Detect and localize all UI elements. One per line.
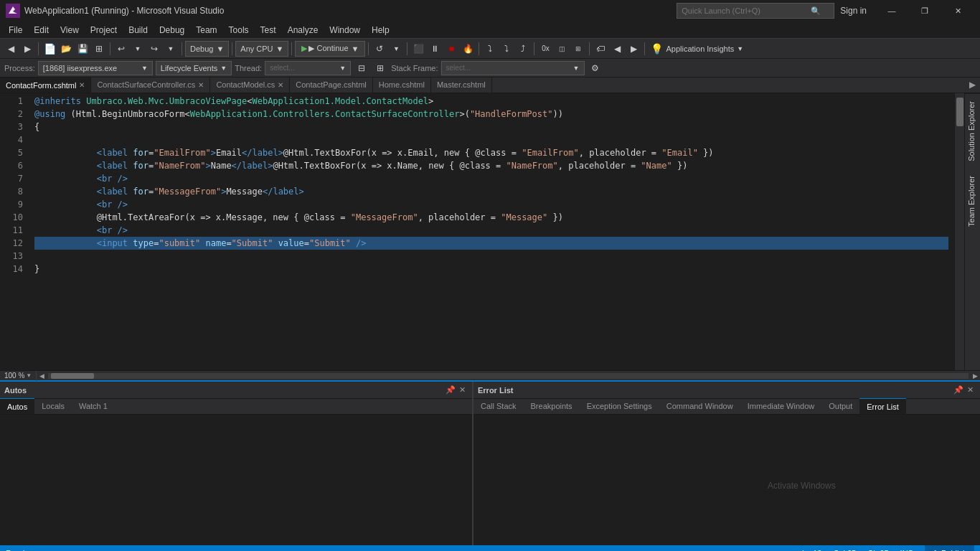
menu-window[interactable]: Window xyxy=(324,22,366,39)
refresh-dropdown[interactable]: ▼ xyxy=(388,41,404,57)
thread-selector[interactable]: select... ▼ xyxy=(265,61,351,75)
step-out-button[interactable]: ⤴ xyxy=(515,41,531,57)
tab-breakpoints[interactable]: Breakpoints xyxy=(524,398,580,414)
tab-scroll-right[interactable]: ▶ xyxy=(964,77,980,93)
title-text: WebApplication1 (Running) - Microsoft Vi… xyxy=(24,6,677,16)
tab-contactform-close[interactable]: ✕ xyxy=(79,81,85,89)
scroll-thumb[interactable] xyxy=(956,98,963,126)
tab-autos[interactable]: Autos xyxy=(0,398,34,414)
save-all-button[interactable]: ⊞ xyxy=(91,41,107,57)
filter-button[interactable]: ⊟ xyxy=(354,60,369,76)
error-pin-button[interactable]: 📌 xyxy=(953,385,964,396)
breakpoints-button[interactable]: ⬛ xyxy=(410,41,426,57)
tab-callstack[interactable]: Call Stack xyxy=(473,398,524,414)
maximize-button[interactable]: ❐ xyxy=(908,0,941,22)
team-explorer-tab[interactable]: Team Explorer xyxy=(965,169,980,234)
error-close-button[interactable]: ✕ xyxy=(964,385,976,396)
publish-button[interactable]: ⬆ Publish xyxy=(925,545,974,551)
code-line-13 xyxy=(34,250,948,263)
open-button[interactable]: 📂 xyxy=(58,41,74,57)
debug-config-dropdown[interactable]: Debug ▼ xyxy=(185,41,229,57)
undo-dropdown[interactable]: ▼ xyxy=(130,41,146,57)
bookmark-prev[interactable]: ◀ xyxy=(609,41,625,57)
redo-button[interactable]: ↪ xyxy=(146,41,162,57)
continue-button[interactable]: ▶ ▶ Continue ▼ xyxy=(295,41,365,57)
minimize-button[interactable]: — xyxy=(875,0,908,22)
horizontal-scrollbar[interactable]: 100 % ▼ ◀ ▶ xyxy=(0,370,980,380)
menu-help[interactable]: Help xyxy=(366,22,395,39)
tab-watch1[interactable]: Watch 1 xyxy=(72,398,115,414)
tab-exception-settings[interactable]: Exception Settings xyxy=(580,398,659,414)
h-scroll-right[interactable]: ▶ xyxy=(970,372,980,380)
close-button[interactable]: ✕ xyxy=(941,0,974,22)
tab-home[interactable]: Home.cshtml xyxy=(373,77,431,93)
sep1 xyxy=(38,42,39,55)
stack-selector[interactable]: select... ▼ xyxy=(441,61,585,75)
menu-analyze[interactable]: Analyze xyxy=(282,22,324,39)
code-line-7: <br /> xyxy=(34,172,948,185)
app-insights-button[interactable]: 💡 Application Insights ▼ xyxy=(648,43,746,55)
menu-project[interactable]: Project xyxy=(85,22,123,39)
platform-dropdown[interactable]: Any CPU ▼ xyxy=(235,41,288,57)
restart-button[interactable]: ↺ xyxy=(372,41,387,57)
tab-contactpage[interactable]: ContactPage.cshtml xyxy=(290,77,372,93)
filter2-button[interactable]: ⊞ xyxy=(372,60,388,76)
sep6 xyxy=(368,42,369,55)
tab-contactsurface[interactable]: ContactSurfaceController.cs ✕ xyxy=(91,77,210,93)
autos-close-button[interactable]: ✕ xyxy=(456,385,468,396)
menu-team[interactable]: Team xyxy=(190,22,222,39)
menu-debug[interactable]: Debug xyxy=(154,22,190,39)
zoom-dropdown-arrow[interactable]: ▼ xyxy=(26,372,32,379)
tab-master[interactable]: Master.cshtml xyxy=(431,77,492,93)
menu-edit[interactable]: Edit xyxy=(28,22,55,39)
undo-button[interactable]: ↩ xyxy=(113,41,129,57)
tab-error-list[interactable]: Error List xyxy=(859,398,906,414)
code-editor[interactable]: @inherits Umbraco.Web.Mvc.UmbracoViewPag… xyxy=(29,93,954,370)
bookmark-next[interactable]: ▶ xyxy=(626,41,641,57)
step-over-button[interactable]: ⤵ xyxy=(482,41,498,57)
menu-file[interactable]: File xyxy=(3,22,28,39)
menu-view[interactable]: View xyxy=(55,22,85,39)
tab-command-window[interactable]: Command Window xyxy=(659,398,740,414)
hot-reload-button[interactable]: 🔥 xyxy=(460,41,476,57)
quick-launch-input[interactable] xyxy=(682,6,811,15)
process-selector[interactable]: [1868] iisexpress.exe ▼ xyxy=(38,61,153,75)
menu-bar: File Edit View Project Build Debug Team … xyxy=(0,22,980,39)
disassm-button[interactable]: ⊞ xyxy=(570,41,586,57)
tab-contactsurface-close[interactable]: ✕ xyxy=(198,81,204,89)
h-scroll-left[interactable]: ◀ xyxy=(37,372,47,380)
bookmark-button[interactable]: 🏷 xyxy=(593,41,608,57)
tab-locals[interactable]: Locals xyxy=(34,398,72,414)
stop-button[interactable]: ■ xyxy=(443,41,459,57)
pause-button[interactable]: ⏸ xyxy=(427,41,443,57)
lifecycle-events-button[interactable]: Lifecycle Events ▼ xyxy=(156,61,232,75)
autos-pin-button[interactable]: 📌 xyxy=(445,385,456,396)
h-scroll-thumb[interactable] xyxy=(51,373,94,379)
step-into-button[interactable]: ⤵ xyxy=(499,41,514,57)
new-project-button[interactable]: 📄 xyxy=(42,41,57,57)
tab-contactmodel-close[interactable]: ✕ xyxy=(278,81,283,89)
redo-dropdown[interactable]: ▼ xyxy=(163,41,179,57)
quick-launch-box[interactable]: 🔍 xyxy=(677,3,834,19)
tab-home-label: Home.cshtml xyxy=(379,80,425,89)
tab-output[interactable]: Output xyxy=(821,398,859,414)
menu-build[interactable]: Build xyxy=(123,22,154,39)
tab-contactmodel[interactable]: ContactModel.cs ✕ xyxy=(210,77,290,93)
settings-button[interactable]: ⚙ xyxy=(588,60,603,76)
forward-button[interactable]: ▶ xyxy=(19,41,35,57)
save-button[interactable]: 💾 xyxy=(75,41,90,57)
menu-tools[interactable]: Tools xyxy=(223,22,255,39)
sign-in-link[interactable]: Sign in xyxy=(840,6,867,16)
solution-explorer-tab[interactable]: Solution Explorer xyxy=(965,93,980,169)
search-icon: 🔍 xyxy=(811,6,821,16)
tab-contactform[interactable]: ContactForm.cshtml ✕ xyxy=(0,77,91,93)
back-button[interactable]: ◀ xyxy=(3,41,19,57)
editor-vertical-scrollbar[interactable] xyxy=(954,93,964,370)
tab-immediate-window[interactable]: Immediate Window xyxy=(740,398,822,414)
vs-logo-icon xyxy=(6,4,20,18)
h-scroll-track[interactable] xyxy=(48,373,969,379)
menu-test[interactable]: Test xyxy=(255,22,282,39)
hex-button[interactable]: 0x xyxy=(537,41,553,57)
tab-contactmodel-label: ContactModel.cs xyxy=(216,80,275,89)
mem-button[interactable]: ◫ xyxy=(554,41,570,57)
